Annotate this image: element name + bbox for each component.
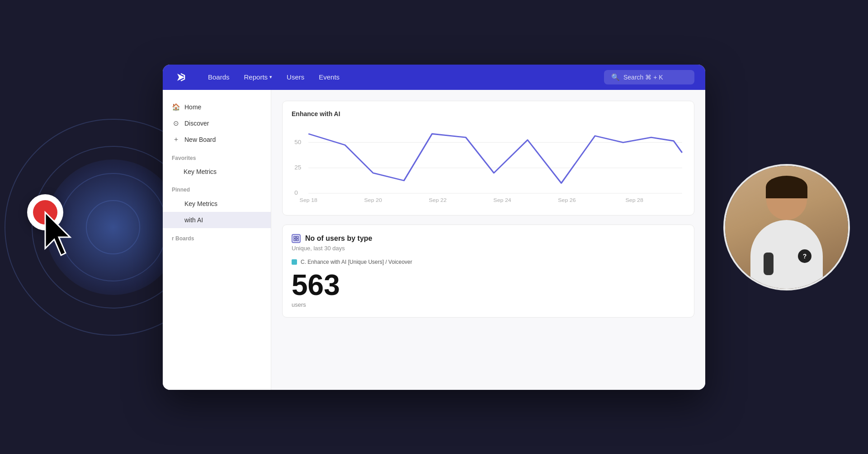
sidebar-new-board-label: New Board	[184, 136, 216, 143]
record-button[interactable]	[27, 194, 63, 230]
sidebar-section-pinned: Pinned	[163, 179, 271, 196]
top-nav: Boards Reports ▾ Users Events 🔍 Search ⌘…	[163, 65, 705, 90]
sidebar-section-favorites: Favorites	[163, 148, 271, 164]
chart-section: Enhance with AI 50 25 0	[282, 101, 694, 215]
search-bar[interactable]: 🔍 Search ⌘ + K	[604, 70, 694, 84]
main-content: 🏠 Home ⊙ Discover ＋ New Board Favorites	[163, 90, 705, 390]
sidebar-item-pinned-key-metrics[interactable]: Key Metrics	[163, 196, 271, 212]
users-section-icon	[292, 234, 301, 243]
sidebar-item-discover[interactable]: ⊙ Discover	[163, 115, 271, 131]
svg-rect-14	[297, 236, 298, 238]
sidebar-item-key-metrics[interactable]: Key Metrics	[163, 164, 271, 179]
legend-item: C. Enhance with AI [Unique Users] / Voic…	[292, 259, 685, 265]
svg-rect-13	[294, 236, 296, 238]
big-number-label: users	[292, 301, 685, 308]
record-inner	[33, 200, 57, 225]
nav-links: Boards Reports ▾ Users Events	[203, 70, 345, 84]
sidebar-discover-label: Discover	[184, 120, 209, 127]
search-icon: 🔍	[611, 73, 620, 81]
nav-events[interactable]: Events	[313, 70, 345, 84]
grid-icon	[172, 168, 179, 175]
legend-color-dot	[292, 259, 297, 265]
app-window: Boards Reports ▾ Users Events 🔍 Search ⌘…	[163, 65, 705, 390]
users-section-title: No of users by type	[305, 234, 372, 243]
svg-text:Sep 24: Sep 24	[493, 197, 511, 203]
sidebar-item-enhance-ai[interactable]: with AI	[163, 212, 271, 228]
nav-boards-label: Boards	[208, 73, 230, 81]
users-section-header: No of users by type	[292, 234, 685, 243]
grid2-icon	[172, 200, 180, 208]
users-section: No of users by type Unique, last 30 days…	[282, 225, 694, 318]
svg-text:Sep 18: Sep 18	[300, 197, 318, 203]
svg-rect-16	[297, 239, 298, 241]
avatar-circle: ?	[723, 164, 850, 290]
svg-text:25: 25	[294, 164, 301, 170]
sidebar-enhance-ai-label: with AI	[184, 216, 203, 224]
svg-text:Sep 22: Sep 22	[429, 197, 446, 203]
sidebar-item-new-board[interactable]: ＋ New Board	[163, 131, 271, 148]
chart-container: 50 25 0 Sep 18 Sep 20 Sep 22 Sep 2	[292, 125, 685, 206]
app-logo[interactable]	[174, 70, 188, 84]
content-area: Enhance with AI 50 25 0	[271, 90, 705, 390]
nav-events-label: Events	[319, 73, 340, 81]
search-placeholder: Search ⌘ + K	[623, 74, 663, 81]
home-icon: 🏠	[172, 103, 180, 111]
svg-rect-15	[294, 239, 296, 241]
plus-icon: ＋	[172, 136, 180, 144]
dropdown-arrow-icon: ▾	[269, 74, 272, 80]
nav-boards[interactable]: Boards	[203, 70, 235, 84]
svg-text:0: 0	[294, 189, 298, 196]
svg-text:Sep 28: Sep 28	[625, 197, 643, 203]
nav-users[interactable]: Users	[281, 70, 310, 84]
sidebar: 🏠 Home ⊙ Discover ＋ New Board Favorites	[163, 90, 271, 390]
discover-icon: ⊙	[172, 119, 180, 127]
nav-users-label: Users	[287, 73, 304, 81]
sidebar-section-other-boards: r Boards	[163, 228, 271, 244]
users-section-subtitle: Unique, last 30 days	[292, 245, 685, 252]
svg-text:Sep 26: Sep 26	[558, 197, 576, 203]
chart-title: Enhance with AI	[292, 110, 685, 117]
nav-reports[interactable]: Reports ▾	[239, 70, 278, 84]
big-number: 563	[292, 271, 685, 300]
sidebar-pinned-key-metrics-label: Key Metrics	[184, 200, 217, 207]
line-chart-svg: 50 25 0 Sep 18 Sep 20 Sep 22 Sep 2	[292, 125, 685, 206]
sidebar-item-home[interactable]: 🏠 Home	[163, 99, 271, 115]
legend-label: C. Enhance with AI [Unique Users] / Voic…	[301, 259, 412, 265]
nav-reports-label: Reports	[244, 73, 268, 81]
ai-icon	[172, 216, 180, 224]
svg-text:50: 50	[294, 139, 301, 145]
sidebar-home-label: Home	[184, 103, 201, 111]
sidebar-key-metrics-label: Key Metrics	[184, 168, 217, 175]
svg-text:Sep 20: Sep 20	[364, 197, 382, 203]
